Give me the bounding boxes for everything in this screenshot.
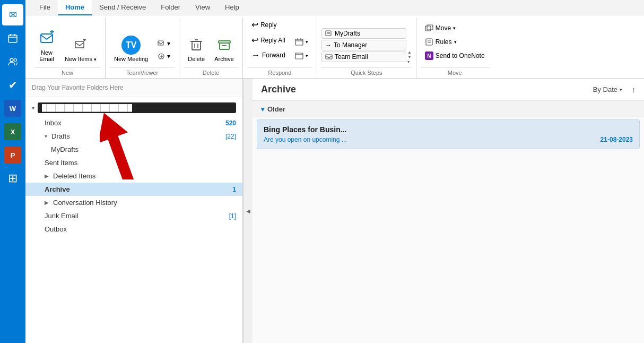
onenote-label: Send to OneNote	[436, 52, 485, 59]
tab-send-receive[interactable]: Send / Receive	[92, 0, 153, 15]
respond-calendar-btn[interactable]: ▾	[291, 36, 312, 48]
calendar-nav-icon[interactable]	[2, 28, 23, 49]
svg-rect-22	[220, 43, 229, 49]
rules-button[interactable]: Rules ▾	[421, 36, 489, 48]
delete-label: Delete	[188, 56, 205, 62]
respond-more-arrow: ▾	[306, 53, 308, 58]
drafts-count: [22]	[225, 133, 236, 140]
new-email-icon	[39, 30, 54, 48]
reply-all-button[interactable]: ↩ Reply All	[247, 33, 290, 47]
inbox-label: Inbox	[45, 119, 62, 127]
ppt-app-nav[interactable]: P	[2, 144, 23, 166]
sidebar-collapse-button[interactable]: ◀	[243, 79, 253, 343]
new-items-button[interactable]: New Items ▾	[60, 37, 101, 64]
quick-step-manager-icon: →	[325, 41, 332, 49]
drag-favorites-zone[interactable]: Drag Your Favorite Folders Here	[25, 79, 242, 97]
tab-view[interactable]: View	[188, 0, 217, 15]
svg-rect-35	[427, 25, 433, 30]
sidebar-item-sent[interactable]: Sent Items	[25, 156, 242, 169]
archive-button[interactable]: Archive	[210, 36, 238, 64]
deleted-item-left: ▶ Deleted Items	[45, 172, 95, 180]
svg-rect-28	[295, 53, 303, 59]
conversation-label: Conversation History	[53, 199, 117, 207]
teamviewer-btn3-label: ▾	[167, 53, 170, 60]
tab-home[interactable]: Home	[58, 0, 92, 15]
sidebar: Drag Your Favorite Folders Here ▾ ██████…	[25, 79, 243, 343]
quick-steps-list: MyDrafts → To Manager Team Email	[321, 28, 406, 64]
respond-more-btn[interactable]: ▾	[291, 49, 312, 62]
qs-scroll-down[interactable]: ▼	[407, 55, 412, 59]
reply-button[interactable]: ↩ Reply	[247, 18, 290, 32]
excel-icon: X	[4, 123, 21, 140]
sort-by-date-button[interactable]: By Date ▾	[590, 84, 625, 95]
ribbon-tabs: File Home Send / Receive Folder View Hel…	[25, 0, 644, 15]
conversation-expand-icon[interactable]: ▶	[45, 200, 49, 205]
archive-nav-label: Archive	[45, 185, 70, 193]
sidebar-item-inbox[interactable]: Inbox 520	[25, 116, 242, 130]
reply-label: Reply	[260, 21, 277, 29]
move-group-buttons: Move ▾ Rules ▾ N Send to OneNote	[421, 18, 489, 66]
svg-rect-16	[192, 41, 201, 50]
delete-button[interactable]: Delete	[184, 36, 209, 64]
tab-folder[interactable]: Folder	[153, 0, 188, 15]
move-button[interactable]: Move ▾	[421, 22, 489, 35]
mail-nav-icon[interactable]: ✉	[2, 4, 23, 25]
deleted-label: Deleted Items	[53, 172, 95, 180]
people-nav-icon[interactable]	[2, 51, 23, 72]
new-group-label: New	[34, 67, 101, 78]
rules-label: Rules	[436, 38, 452, 46]
respond-buttons-col: ↩ Reply ↩ Reply All → Forward	[247, 18, 290, 64]
svg-rect-9	[75, 41, 84, 48]
word-app-nav[interactable]: W	[2, 98, 23, 119]
sidebar-item-deleted[interactable]: ▶ Deleted Items	[25, 169, 242, 183]
archive-icon	[217, 38, 231, 55]
respond-calendar-col: ▾ ▾	[291, 36, 312, 64]
quick-step-mydrafts[interactable]: MyDrafts	[321, 28, 406, 39]
teamviewer-sub-buttons: ▾ ▾	[153, 38, 175, 64]
tab-help[interactable]: Help	[217, 0, 247, 15]
new-meeting-label: New Meeting	[114, 56, 148, 62]
older-section-header[interactable]: ▾ Older	[253, 101, 644, 117]
drafts-expand-icon[interactable]: ▾	[45, 133, 47, 139]
quick-step-team-email[interactable]: Team Email	[321, 52, 406, 62]
older-expand-icon: ▾	[261, 106, 264, 113]
respond-cal-arrow: ▾	[306, 39, 308, 45]
sidebar-item-drafts[interactable]: ▾ Drafts [22]	[25, 130, 242, 143]
forward-button[interactable]: → Forward	[247, 48, 290, 62]
tab-file[interactable]: File	[32, 0, 58, 15]
teamviewer-group-label: TeamViewer	[110, 67, 175, 78]
sidebar-item-archive[interactable]: Archive 1	[25, 183, 242, 196]
word-icon: W	[4, 100, 21, 117]
onenote-button[interactable]: N Send to OneNote	[421, 49, 489, 62]
delete-group-buttons: Delete Archive	[184, 18, 238, 66]
teamviewer-btn2[interactable]: ▾	[153, 38, 175, 49]
sidebar-item-conversation[interactable]: ▶ Conversation History	[25, 196, 242, 209]
apps-grid-nav[interactable]: ⊞	[2, 168, 23, 189]
sort-dropdown-icon: ▾	[620, 87, 622, 92]
deleted-expand-icon[interactable]: ▶	[45, 173, 49, 179]
main-area: File Home Send / Receive Folder View Hel…	[25, 0, 644, 343]
teamviewer-btn2-label: ▾	[167, 40, 170, 47]
sidebar-item-junk[interactable]: Junk Email [1]	[25, 209, 242, 222]
sidebar-item-outbox[interactable]: Outbox	[25, 222, 242, 236]
sidebar-item-mydrafts[interactable]: MyDrafts	[25, 143, 242, 156]
new-email-button[interactable]: NewEmail	[34, 28, 59, 64]
quick-steps-group-label: Quick Steps	[321, 67, 412, 78]
reply-icon: ↩	[251, 20, 258, 30]
quick-step-manager[interactable]: → To Manager	[321, 40, 406, 50]
account-row[interactable]: ▾ ████████████████████	[25, 99, 242, 116]
email-item-bing[interactable]: Bing Places for Busin... Are you open on…	[257, 119, 640, 149]
new-meeting-button[interactable]: TV New Meeting	[110, 33, 152, 64]
move-group-label: Move	[421, 67, 489, 78]
archive-label: Archive	[214, 56, 234, 62]
excel-app-nav[interactable]: X	[2, 121, 23, 142]
qs-scroll-up[interactable]: ▲	[407, 50, 412, 55]
qs-expand[interactable]: ▾	[407, 60, 412, 64]
teamviewer-btn3[interactable]: ▾	[153, 50, 175, 62]
group-teamviewer: TV New Meeting ▾ ▾	[106, 18, 179, 78]
quick-step-team-email-label: Team Email	[335, 53, 368, 61]
sort-direction-button[interactable]: ↑	[632, 85, 636, 94]
group-quick-steps: MyDrafts → To Manager Team Email ▲	[317, 18, 416, 78]
forward-label: Forward	[262, 52, 285, 59]
tasks-nav-icon[interactable]: ✔	[2, 74, 23, 96]
